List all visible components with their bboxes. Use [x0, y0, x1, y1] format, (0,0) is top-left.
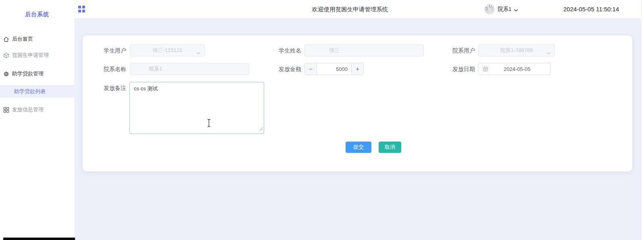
- decrease-button[interactable]: −: [305, 63, 317, 75]
- student-name-value: 张三: [329, 47, 340, 54]
- issue-date-value: 2024-05-05: [504, 66, 531, 72]
- sidebar-item-loan-manage[interactable]: 助学贷款管理: [0, 69, 74, 79]
- resize-handle-icon[interactable]: [259, 125, 263, 133]
- dept-user-value: 院系1-789789: [500, 47, 533, 54]
- topbar: 欢迎使用贫困生申请管理系统 院系1 2: [75, 0, 644, 19]
- page-title: 欢迎使用贫困生申请管理系统: [312, 0, 388, 19]
- gear-icon: [3, 71, 9, 77]
- sidebar-item-issue-info-manage[interactable]: 发放信息管理: [0, 104, 74, 115]
- grid-icon: [3, 107, 9, 113]
- app-logo-text: 后台系统: [0, 11, 74, 18]
- scrollbar-track[interactable]: [641, 0, 644, 240]
- dept-name-input[interactable]: 院系1: [130, 63, 249, 75]
- student-user-value: 张三-123123: [152, 47, 182, 54]
- chevron-down-icon: [514, 6, 518, 13]
- cube-icon: [3, 52, 9, 58]
- sidebar-item-label: 后台首页: [12, 35, 33, 43]
- dept-name-label: 院系名称: [86, 63, 126, 75]
- dept-user-select[interactable]: 院系1-789789: [478, 44, 555, 56]
- datetime-text: 2024-05-05 11:50:14: [563, 0, 619, 19]
- sidebar-item-label: 助学贷款管理: [12, 70, 44, 77]
- remark-value: cs cs 测试: [134, 86, 158, 92]
- remark-label: 发放备注: [86, 82, 126, 94]
- issue-date-label: 发放日期: [435, 63, 475, 75]
- taskbar-fragment: [3, 238, 75, 240]
- student-user-select[interactable]: 张三-123123: [130, 44, 205, 56]
- home-icon: [3, 36, 9, 42]
- sidebar-subitem-loan-list[interactable]: 助学贷款列表: [0, 85, 74, 98]
- amount-value[interactable]: 5000: [317, 63, 351, 75]
- amount-stepper: − 5000 +: [304, 63, 364, 75]
- increase-button[interactable]: +: [351, 63, 363, 75]
- chevron-down-icon: [196, 50, 200, 56]
- avatar: [484, 4, 495, 15]
- sidebar-subitem-label: 助学贷款列表: [14, 88, 46, 95]
- calendar-icon: [483, 66, 488, 72]
- submit-button[interactable]: 提交: [346, 142, 371, 153]
- cancel-button[interactable]: 取消: [379, 142, 401, 153]
- student-user-label: 学生用户: [86, 44, 126, 56]
- sidebar-item-label: 发放信息管理: [12, 106, 44, 113]
- student-name-input[interactable]: 张三: [304, 44, 424, 56]
- student-name-label: 学生姓名: [261, 44, 301, 56]
- user-menu[interactable]: 院系1: [484, 0, 518, 19]
- chevron-down-icon: [546, 50, 550, 56]
- sidebar: 后台系统 后台首页 贫困生申请管理 助学贷款管理: [0, 0, 75, 240]
- sidebar-item-poor-student-apply[interactable]: 贫困生申请管理: [0, 50, 74, 61]
- issue-date-picker[interactable]: 2024-05-05: [478, 63, 551, 75]
- menu-grid-icon[interactable]: [78, 6, 85, 13]
- remark-textarea[interactable]: cs cs 测试: [129, 82, 264, 134]
- user-name: 院系1: [498, 6, 512, 13]
- dept-user-label: 院系用户: [435, 44, 475, 56]
- issue-form-card: 学生用户 张三-123123 学生姓名 张三 院系用户 院系1-789789 院…: [83, 35, 632, 171]
- dept-name-value: 院系1: [149, 65, 162, 73]
- amount-label: 发放金额: [261, 63, 301, 75]
- sidebar-item-home[interactable]: 后台首页: [0, 34, 74, 44]
- sidebar-item-label: 贫困生申请管理: [12, 52, 49, 59]
